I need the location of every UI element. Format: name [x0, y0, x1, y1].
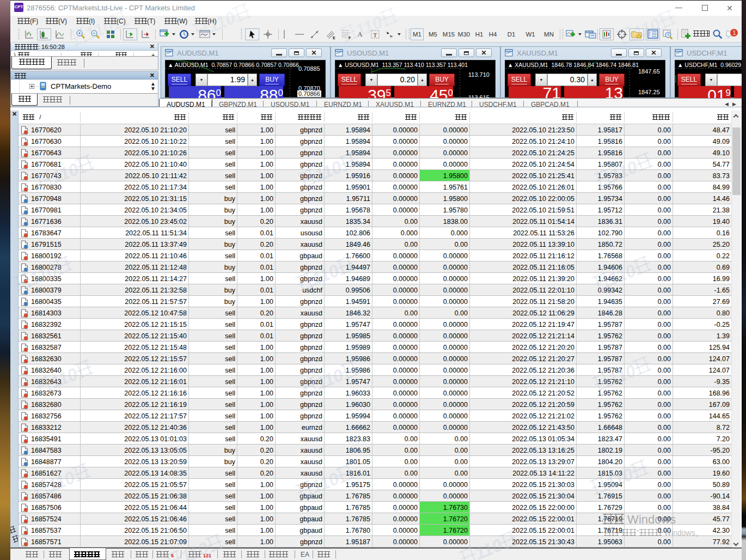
- svg-text:T: T: [374, 32, 377, 38]
- svg-text:1: 1: [733, 30, 736, 36]
- svg-text:E: E: [333, 36, 335, 40]
- svg-text:F: F: [348, 36, 351, 40]
